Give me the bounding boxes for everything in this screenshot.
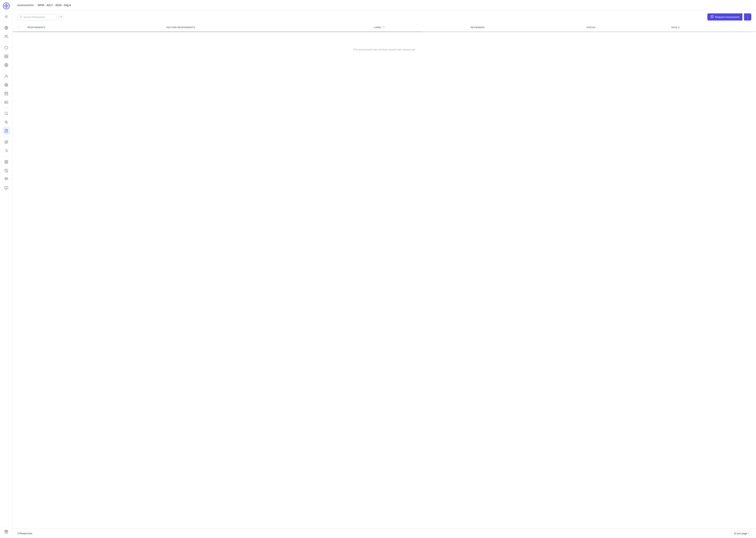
sidebar-item-users[interactable] (2, 32, 10, 40)
request-assessment-button[interactable]: Request Assessment (707, 13, 742, 21)
sidebar (0, 0, 13, 538)
search-container: + (17, 14, 64, 20)
label-info-icon[interactable] (382, 26, 385, 29)
sidebar-item-list[interactable] (2, 147, 10, 155)
svg-rect-40 (7, 178, 8, 179)
col-section-respondents: SECTION RESPONDENTS (164, 24, 371, 31)
sidebar-item-box[interactable] (2, 44, 10, 52)
response-count: 0 Responses (17, 532, 32, 535)
svg-point-16 (5, 84, 7, 86)
breadcrumb-separator: › (35, 4, 36, 7)
svg-rect-9 (5, 55, 6, 56)
toolbar-right: Request Assessment ⋮ (707, 13, 751, 21)
svg-rect-10 (7, 55, 8, 56)
table-container: RESPONDENTS SECTION RESPONDENTS LABEL (13, 24, 756, 528)
main-content: Assessments › DPIA - JULY - 2024 - Org A… (13, 0, 756, 538)
per-page-selector[interactable]: 10 per page ▾ (732, 531, 751, 536)
request-btn-icon (711, 15, 714, 19)
sidebar-bottom (2, 526, 10, 536)
sidebar-divider-bottom (2, 527, 9, 527)
sidebar-item-document[interactable] (2, 127, 10, 135)
svg-point-24 (6, 131, 6, 132)
svg-point-18 (5, 92, 8, 93)
add-button[interactable]: + (58, 14, 64, 20)
sidebar-item-boxes[interactable] (2, 52, 10, 60)
chevron-down-icon: ▾ (748, 532, 749, 534)
svg-rect-33 (5, 161, 6, 162)
svg-point-21 (5, 112, 7, 115)
sidebar-item-at[interactable] (2, 138, 10, 146)
sidebar-item-gift[interactable] (2, 528, 10, 536)
app-logo[interactable] (3, 2, 10, 10)
empty-state-message: This assessment has not been shared with… (17, 32, 751, 67)
col-reviewers: REVIEWERS (468, 24, 584, 31)
sidebar-item-idcard[interactable] (2, 98, 10, 106)
svg-rect-35 (5, 162, 6, 164)
breadcrumb-parent[interactable]: Assessments (17, 4, 34, 7)
sidebar-item-target[interactable] (2, 81, 10, 89)
search-wrapper[interactable] (17, 14, 57, 20)
breadcrumb-current: DPIA - JULY - 2024 - Org A (38, 4, 71, 7)
svg-rect-11 (5, 57, 6, 58)
col-date: DATE C (669, 24, 751, 31)
col-respondents: RESPONDENTS (25, 24, 164, 31)
sidebar-item-database[interactable] (2, 90, 10, 97)
svg-point-25 (6, 141, 7, 143)
per-page-label: 10 per page (734, 532, 747, 535)
sidebar-item-search-data[interactable] (2, 118, 10, 126)
svg-point-17 (6, 84, 7, 85)
search-icon (20, 15, 22, 19)
breadcrumb: Assessments › DPIA - JULY - 2024 - Org A (17, 4, 71, 7)
svg-point-8 (5, 35, 7, 36)
more-options-button[interactable]: ⋮ (744, 13, 751, 21)
header: Assessments › DPIA - JULY - 2024 - Org A (13, 0, 756, 10)
sidebar-divider-4 (3, 108, 10, 108)
table-progress-bar-container (13, 31, 756, 32)
svg-line-38 (5, 169, 8, 172)
col-status: STATUS (584, 24, 669, 31)
sidebar-item-globe[interactable] (2, 24, 10, 32)
search-input[interactable] (24, 16, 53, 19)
toolbar: + Request Assessment ⋮ (13, 10, 756, 24)
svg-point-15 (5, 83, 8, 87)
select-all-checkbox[interactable] (17, 26, 21, 29)
sidebar-item-search[interactable] (2, 110, 10, 117)
svg-line-47 (22, 17, 22, 18)
svg-point-46 (20, 16, 22, 17)
sidebar-item-globe2[interactable] (2, 61, 10, 69)
svg-rect-12 (7, 57, 8, 58)
label-header: LABEL (374, 26, 385, 29)
sidebar-item-grid[interactable] (2, 158, 10, 166)
svg-point-20 (5, 102, 6, 103)
svg-rect-39 (5, 178, 6, 179)
svg-rect-41 (5, 187, 8, 189)
sidebar-item-home[interactable] (2, 13, 10, 21)
sidebar-item-monitor[interactable] (2, 184, 10, 192)
sidebar-item-transfer[interactable] (2, 175, 10, 183)
sidebar-item-block[interactable] (2, 167, 10, 175)
responses-table: RESPONDENTS SECTION RESPONDENTS LABEL (17, 24, 751, 67)
footer: 0 Responses 10 per page ▾ (13, 528, 756, 538)
svg-point-5 (6, 16, 7, 17)
svg-rect-36 (7, 162, 8, 164)
col-label: LABEL (371, 24, 468, 31)
col-checkbox (17, 24, 25, 31)
request-btn-label: Request Assessment (715, 16, 739, 19)
svg-line-22 (7, 114, 8, 115)
sidebar-item-team[interactable] (2, 72, 10, 80)
table-progress-bar (13, 31, 421, 32)
svg-rect-34 (7, 161, 8, 162)
